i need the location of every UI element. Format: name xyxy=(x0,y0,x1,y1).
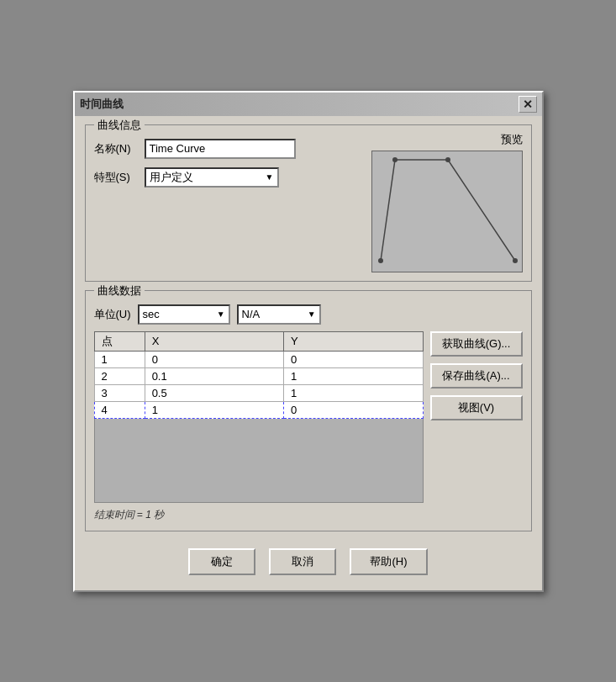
window-title: 时间曲线 xyxy=(80,97,124,112)
curve-info-row: 名称(N) 特型(S) 用户定义 ▼ 预览 xyxy=(94,132,523,272)
curve-info-fields: 名称(N) 特型(S) 用户定义 ▼ xyxy=(94,132,363,196)
svg-point-2 xyxy=(445,157,450,162)
type-label: 特型(S) xyxy=(94,170,145,185)
side-buttons: 获取曲线(G)... 保存曲线(A)... 视图(V) xyxy=(430,331,523,420)
preview-container: 预览 xyxy=(371,132,523,272)
table-row[interactable]: 2 xyxy=(94,367,145,384)
view-button[interactable]: 视图(V) xyxy=(430,395,523,420)
col-header-pt: 点 xyxy=(94,331,145,351)
get-curve-button[interactable]: 获取曲线(G)... xyxy=(430,331,523,357)
data-table: 点 X Y 10020.1130.51410 xyxy=(94,331,424,419)
unit2-select[interactable]: N/A ▼ xyxy=(237,304,321,325)
empty-table-area xyxy=(94,419,424,503)
table-row[interactable]: 0 xyxy=(284,401,423,418)
table-row[interactable]: 0.5 xyxy=(145,384,283,401)
table-row[interactable]: 1 xyxy=(284,384,423,401)
type-select-value: 用户定义 xyxy=(150,170,193,185)
chevron-down-icon: ▼ xyxy=(266,172,274,182)
title-bar: 时间曲线 ✕ xyxy=(75,93,542,116)
unit-row: 单位(U) sec ▼ N/A ▼ xyxy=(94,304,523,325)
preview-box xyxy=(371,151,523,272)
svg-point-1 xyxy=(392,157,398,162)
table-row[interactable]: 1 xyxy=(145,401,283,418)
dialog-body: 曲线信息 名称(N) 特型(S) 用户定义 ▼ xyxy=(75,116,542,590)
table-row[interactable]: 0 xyxy=(145,351,283,367)
chevron-down-icon: ▼ xyxy=(308,309,316,319)
curve-info-group: 曲线信息 名称(N) 特型(S) 用户定义 ▼ xyxy=(85,124,532,282)
svg-point-3 xyxy=(513,258,518,263)
unit-select-value: sec xyxy=(143,308,160,320)
end-time-text: 结束时间 = 1 秒 xyxy=(94,508,424,522)
close-button[interactable]: ✕ xyxy=(519,96,537,113)
name-field-row: 名称(N) xyxy=(94,139,363,159)
table-row[interactable]: 1 xyxy=(94,351,145,367)
ok-button[interactable]: 确定 xyxy=(188,548,255,575)
table-row[interactable]: 1 xyxy=(284,367,423,384)
curve-info-label: 曲线信息 xyxy=(94,118,145,133)
col-header-y: Y xyxy=(284,331,423,351)
table-row[interactable]: 4 xyxy=(94,401,145,418)
curve-data-group: 曲线数据 单位(U) sec ▼ N/A ▼ 点 xyxy=(85,290,532,531)
data-area: 点 X Y 10020.1130.51410 结束时间 = 1 秒 获取曲线(G… xyxy=(94,331,523,522)
type-select[interactable]: 用户定义 ▼ xyxy=(145,167,279,188)
table-row[interactable]: 0 xyxy=(284,351,423,367)
chevron-down-icon: ▼ xyxy=(217,309,225,319)
svg-point-0 xyxy=(378,258,383,263)
name-input[interactable] xyxy=(145,139,296,159)
table-row[interactable]: 3 xyxy=(94,384,145,401)
name-label: 名称(N) xyxy=(94,141,145,156)
table-row[interactable]: 0.1 xyxy=(145,367,283,384)
preview-label: 预览 xyxy=(371,132,523,147)
unit-select[interactable]: sec ▼ xyxy=(138,304,230,325)
help-button[interactable]: 帮助(H) xyxy=(350,548,427,575)
col-header-x: X xyxy=(145,331,283,351)
type-field-row: 特型(S) 用户定义 ▼ xyxy=(94,167,363,188)
preview-svg xyxy=(372,151,523,269)
cancel-button[interactable]: 取消 xyxy=(269,548,336,575)
curve-data-label: 曲线数据 xyxy=(94,283,145,299)
unit2-select-value: N/A xyxy=(242,308,261,320)
table-wrapper: 点 X Y 10020.1130.51410 结束时间 = 1 秒 xyxy=(94,331,424,522)
save-curve-button[interactable]: 保存曲线(A)... xyxy=(430,363,523,389)
dialog-window: 时间曲线 ✕ 曲线信息 名称(N) 特型(S) 用户定义 ▼ xyxy=(73,91,544,592)
unit-label: 单位(U) xyxy=(94,307,131,322)
bottom-buttons: 确定 取消 帮助(H) xyxy=(85,540,532,582)
